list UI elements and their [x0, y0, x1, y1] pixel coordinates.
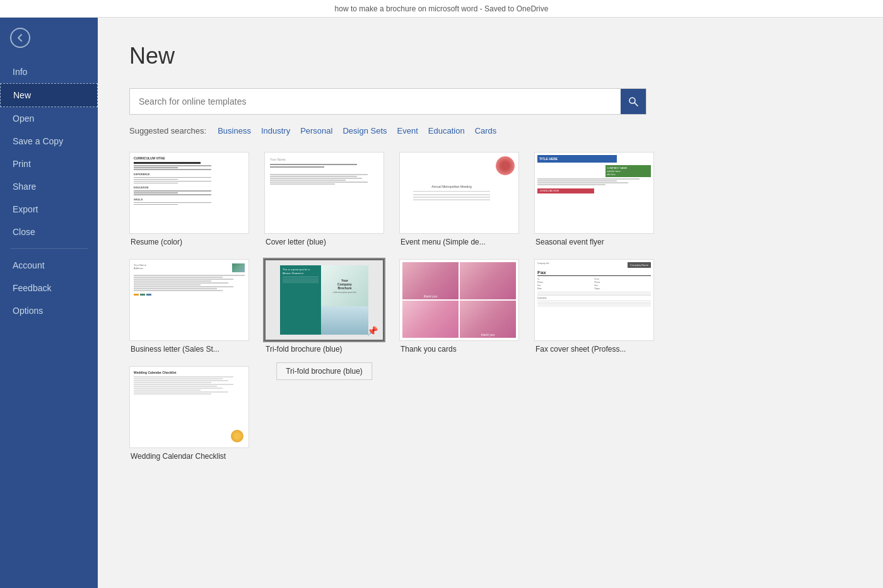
- top-bar: how to make a brochure on microsoft word…: [0, 0, 883, 18]
- brochure-preview: This is a great spot for a Mission State…: [266, 260, 383, 340]
- template-thumb-cover-letter: Your Name: [264, 152, 384, 234]
- template-card-business-letter[interactable]: Your NameAddress: [129, 259, 249, 354]
- thankyou-cell-1: thank you: [402, 262, 459, 299]
- template-name-cover-letter: Cover letter (blue): [264, 238, 384, 246]
- template-name-event-menu: Event menu (Simple de...: [399, 238, 519, 246]
- template-thumb-wedding: Wedding Calendar Checklist: [129, 366, 249, 448]
- suggested-link-event[interactable]: Event: [394, 125, 422, 137]
- sidebar-item-open[interactable]: Open: [0, 107, 98, 130]
- sidebar-item-close[interactable]: Close: [0, 221, 98, 243]
- suggested-link-business[interactable]: Business: [214, 125, 255, 137]
- thankyou-cell-4: thank you: [460, 301, 516, 338]
- template-card-thankyou[interactable]: thank you thank you: [399, 259, 519, 354]
- template-thumb-fax: Company Info Company Name Fax To: From: …: [534, 259, 654, 341]
- template-thumb-business-letter: Your NameAddress: [129, 259, 249, 341]
- template-card-wrap-brochure: This is a great spot for a Mission State…: [264, 259, 384, 354]
- search-icon: [628, 96, 638, 107]
- template-card-fax[interactable]: Company Info Company Name Fax To: From: …: [534, 259, 654, 354]
- fax-preview: Company Info Company Name Fax To: From: …: [535, 260, 653, 340]
- template-card-seasonal-flyer[interactable]: TITLE HERE COMPANY NAMEsubtitle hereinfo…: [534, 152, 654, 246]
- wedding-flower-decoration: [231, 430, 243, 442]
- thankyou-preview: thank you thank you: [400, 260, 518, 340]
- wedding-preview: Wedding Calendar Checklist: [130, 367, 249, 447]
- sidebar-item-export[interactable]: Export: [0, 198, 98, 221]
- search-button[interactable]: [621, 89, 646, 114]
- brochure-right-panel: Your Company Brochure a little descripti…: [321, 265, 368, 335]
- sidebar-nav: Info New Open Save a Copy Print Share Ex…: [0, 61, 98, 322]
- template-thumb-brochure: This is a great spot for a Mission State…: [264, 259, 384, 341]
- sidebar-item-info[interactable]: Info: [0, 61, 98, 83]
- back-circle-icon: [10, 28, 30, 48]
- sidebar-item-feedback[interactable]: Feedback: [0, 277, 98, 299]
- brochure-left-panel: This is a great spot for a Mission State…: [280, 265, 321, 335]
- template-name-resume: Resume (color): [129, 238, 249, 246]
- tooltip-brochure: Tri-fold brochure (blue): [276, 362, 372, 380]
- resume-preview: CURRICULUM VITAE EXPERIENCE: [130, 153, 249, 233]
- suggested-link-education[interactable]: Education: [424, 125, 469, 137]
- sidebar-item-account[interactable]: Account: [0, 254, 98, 277]
- template-name-seasonal-flyer: Seasonal event flyer: [534, 238, 654, 246]
- template-thumb-seasonal-flyer: TITLE HERE COMPANY NAMEsubtitle hereinfo…: [534, 152, 654, 234]
- search-bar: [129, 88, 646, 115]
- template-card-event-menu[interactable]: Annual Metropolitan Meeting Event menu (…: [399, 152, 519, 246]
- template-thumb-thankyou: thank you thank you: [399, 259, 519, 341]
- content-area: New Suggested searches: Business Industr…: [98, 18, 883, 588]
- suggested-link-design-sets[interactable]: Design Sets: [339, 125, 390, 137]
- sidebar-item-new[interactable]: New: [0, 83, 98, 107]
- back-button[interactable]: [5, 23, 35, 53]
- business-letter-preview: Your NameAddress: [130, 260, 249, 340]
- event-menu-preview: Annual Metropolitan Meeting: [400, 153, 518, 233]
- top-bar-text: how to make a brochure on microsoft word…: [335, 4, 549, 13]
- suggested-label: Suggested searches:: [129, 126, 206, 135]
- template-name-brochure: Tri-fold brochure (blue): [264, 345, 384, 354]
- sidebar-item-print[interactable]: Print: [0, 153, 98, 175]
- suggested-link-industry[interactable]: Industry: [257, 125, 294, 137]
- template-name-business-letter: Business letter (Sales St...: [129, 345, 249, 354]
- template-thumb-event-menu: Annual Metropolitan Meeting: [399, 152, 519, 234]
- template-name-fax: Fax cover sheet (Profess...: [534, 345, 654, 354]
- sidebar: Info New Open Save a Copy Print Share Ex…: [0, 18, 98, 588]
- template-card-wedding[interactable]: Wedding Calendar Checklist We: [129, 366, 249, 461]
- page-title: New: [129, 43, 858, 69]
- main-layout: Info New Open Save a Copy Print Share Ex…: [0, 18, 883, 588]
- brochure-inner: This is a great spot for a Mission State…: [280, 265, 368, 335]
- seasonal-preview: TITLE HERE COMPANY NAMEsubtitle hereinfo…: [535, 153, 653, 233]
- template-card-cover-letter[interactable]: Your Name Cover letter (blue): [264, 152, 384, 246]
- templates-grid: CURRICULUM VITAE EXPERIENCE: [129, 152, 858, 461]
- suggested-link-personal[interactable]: Personal: [296, 125, 336, 137]
- suggested-link-cards[interactable]: Cards: [471, 125, 501, 137]
- svg-line-1: [634, 103, 638, 106]
- template-name-thankyou: Thank you cards: [399, 345, 519, 354]
- pin-icon: 📌: [367, 326, 378, 336]
- thankyou-cell-3: [402, 301, 459, 338]
- template-card-resume[interactable]: CURRICULUM VITAE EXPERIENCE: [129, 152, 249, 246]
- template-card-brochure[interactable]: This is a great spot for a Mission State…: [264, 259, 384, 354]
- cover-letter-preview: Your Name: [265, 153, 383, 233]
- sidebar-divider: [10, 248, 88, 249]
- search-input[interactable]: [130, 90, 621, 113]
- sidebar-item-options[interactable]: Options: [0, 299, 98, 322]
- sidebar-item-share[interactable]: Share: [0, 175, 98, 198]
- template-name-wedding: Wedding Calendar Checklist: [129, 452, 249, 461]
- template-thumb-resume: CURRICULUM VITAE EXPERIENCE: [129, 152, 249, 234]
- sidebar-item-save-copy[interactable]: Save a Copy: [0, 130, 98, 153]
- thankyou-cell-2: [460, 262, 516, 299]
- suggested-searches: Suggested searches: Business Industry Pe…: [129, 125, 858, 137]
